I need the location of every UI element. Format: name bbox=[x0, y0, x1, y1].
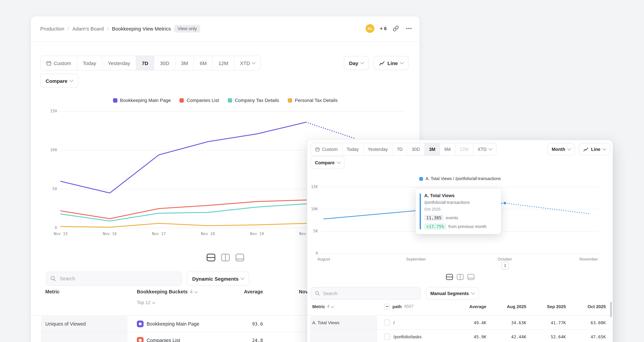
scrollbar-thumb[interactable] bbox=[610, 302, 612, 317]
range-custom[interactable]: Custom bbox=[40, 56, 77, 70]
layout-bottom-toggle[interactable] bbox=[234, 252, 245, 262]
x-axis-label: Nov 19 bbox=[234, 231, 280, 236]
chevron-down-icon bbox=[400, 60, 404, 64]
tooltip-accent-bar bbox=[420, 194, 421, 229]
compare-dropdown[interactable]: Compare bbox=[40, 74, 78, 88]
calendar-icon bbox=[315, 147, 320, 152]
sep-value: 52.64K bbox=[551, 330, 566, 342]
group-filter[interactable]: Top 12 bbox=[137, 299, 155, 306]
legend-label: A. Total Views / /portfolio/all-transact… bbox=[426, 176, 501, 181]
range-yesterday[interactable]: Yesterday bbox=[364, 143, 392, 155]
dynamic-segments-dropdown[interactable]: Dynamic Segments bbox=[187, 272, 250, 286]
range-7d[interactable]: 7D bbox=[392, 143, 407, 155]
row-checkbox[interactable] bbox=[384, 334, 390, 340]
tooltip-delta-note: from previous month bbox=[448, 224, 486, 229]
segment-name: Companies List bbox=[146, 338, 180, 342]
y-axis-label: 50 bbox=[31, 186, 57, 191]
segment-color-chip bbox=[137, 337, 144, 342]
range-3m[interactable]: 3M bbox=[425, 143, 440, 155]
range-12m[interactable]: 12M bbox=[455, 143, 473, 155]
column-header-sep: Sep 2025 bbox=[547, 302, 566, 310]
y-axis-label: 0 bbox=[31, 225, 57, 230]
x-axis-label: Nov 18 bbox=[184, 231, 232, 236]
range-30d[interactable]: 30D bbox=[154, 56, 175, 70]
path-value: /portfolio/tasks bbox=[394, 334, 422, 339]
range-6m[interactable]: 6M bbox=[440, 143, 456, 155]
range-3m[interactable]: 3M bbox=[175, 56, 194, 70]
range-xtd[interactable]: XTD bbox=[473, 143, 496, 155]
x-axis-label: November bbox=[565, 257, 612, 262]
layout-rows-toggle[interactable] bbox=[206, 252, 216, 262]
chevron-down-icon bbox=[252, 60, 256, 64]
range-30d[interactable]: 30D bbox=[407, 143, 425, 155]
avatar[interactable]: AL bbox=[366, 24, 374, 33]
more-options-button[interactable] bbox=[405, 24, 413, 32]
layout-bottom-toggle[interactable] bbox=[467, 273, 475, 281]
range-today[interactable]: Today bbox=[342, 143, 364, 155]
range-6m[interactable]: 6M bbox=[194, 56, 213, 70]
search-input[interactable] bbox=[310, 287, 420, 300]
x-axis-label: Nov 15 bbox=[37, 231, 84, 236]
manual-segments-dropdown[interactable]: Manual Segments bbox=[426, 287, 479, 300]
chevron-down-icon bbox=[360, 60, 364, 64]
chart-type-dropdown[interactable]: Line bbox=[374, 56, 408, 70]
chevron-down-icon bbox=[194, 290, 198, 293]
segment-color-chip bbox=[137, 320, 144, 327]
tooltip-unit: events bbox=[446, 216, 458, 220]
select-all-checkbox[interactable] bbox=[384, 304, 390, 309]
link-icon bbox=[393, 26, 399, 32]
average-value: 45.9K bbox=[474, 330, 486, 342]
interval-dropdown[interactable]: Day bbox=[344, 56, 369, 70]
breadcrumb-item-board[interactable]: Adam's Board bbox=[72, 26, 104, 31]
chevron-down-icon bbox=[567, 147, 571, 150]
layout-columns-toggle[interactable] bbox=[456, 273, 464, 281]
row-checkbox[interactable] bbox=[384, 320, 390, 326]
range-12m[interactable]: 12M bbox=[213, 56, 234, 70]
layout-columns-toggle[interactable] bbox=[220, 252, 230, 262]
breadcrumb: Production / Adam's Board / Bookkeeping … bbox=[40, 25, 200, 32]
chevron-down-icon bbox=[70, 78, 74, 82]
range-7d[interactable]: 7D bbox=[136, 56, 154, 70]
compare-dropdown[interactable]: Compare bbox=[310, 156, 344, 169]
chart-type-dropdown[interactable]: Line bbox=[579, 143, 610, 155]
layout-rows-toggle[interactable] bbox=[445, 273, 453, 281]
search-field bbox=[46, 272, 182, 286]
chevron-down-icon bbox=[241, 276, 244, 280]
legend-item[interactable]: A. Total Views / /portfolio/all-transact… bbox=[419, 176, 501, 181]
search-icon bbox=[50, 276, 56, 282]
breadcrumb-separator: / bbox=[68, 26, 69, 31]
calendar-icon bbox=[46, 60, 51, 66]
x-axis-label: October bbox=[481, 257, 528, 262]
average-value: 49.4K bbox=[474, 316, 486, 329]
range-xtd[interactable]: XTD bbox=[234, 56, 261, 70]
chevron-down-icon bbox=[337, 160, 340, 164]
search-input[interactable] bbox=[46, 272, 182, 286]
tooltip-period: Oct 2025 bbox=[424, 207, 496, 212]
breadcrumb-separator: / bbox=[107, 26, 108, 31]
tooltip-title: A. Total Views bbox=[424, 193, 496, 198]
line-chart-icon bbox=[379, 60, 385, 66]
range-yesterday[interactable]: Yesterday bbox=[102, 56, 136, 70]
metric-name: A. Total Views bbox=[312, 316, 340, 329]
breadcrumb-item-production[interactable]: Production bbox=[40, 26, 64, 31]
collaborators-count[interactable]: + 6 bbox=[380, 26, 387, 31]
layout-toggle-group bbox=[307, 273, 613, 281]
column-header-average: Average bbox=[244, 288, 263, 296]
y-axis-label: 0 bbox=[307, 251, 318, 256]
column-header-oct: Oct 2025 bbox=[588, 302, 606, 310]
range-custom[interactable]: Custom bbox=[311, 143, 342, 155]
interval-dropdown[interactable]: Month bbox=[548, 143, 575, 155]
x-axis-label: Nov 16 bbox=[86, 231, 133, 236]
range-today[interactable]: Today bbox=[77, 56, 102, 70]
desktop-background: Production / Adam's Board / Bookkeeping … bbox=[0, 0, 644, 342]
column-header-metric[interactable]: Metric 4 bbox=[312, 302, 334, 310]
share-link-button[interactable] bbox=[392, 25, 400, 32]
path-value: / bbox=[394, 320, 394, 325]
column-header-group[interactable]: Bookkeeping Buckets 4 bbox=[137, 288, 197, 296]
chevron-down-icon bbox=[488, 147, 492, 150]
metric-name: Uniques of Viewed bbox=[45, 316, 86, 332]
metrics-table: Metric 4 path 6507 Average Aug 2025 Sep … bbox=[307, 302, 613, 342]
annotation-marker[interactable]: 1 bbox=[502, 262, 509, 269]
y-axis-label: 100 bbox=[31, 148, 57, 152]
column-header-metric: Metric bbox=[45, 288, 60, 296]
